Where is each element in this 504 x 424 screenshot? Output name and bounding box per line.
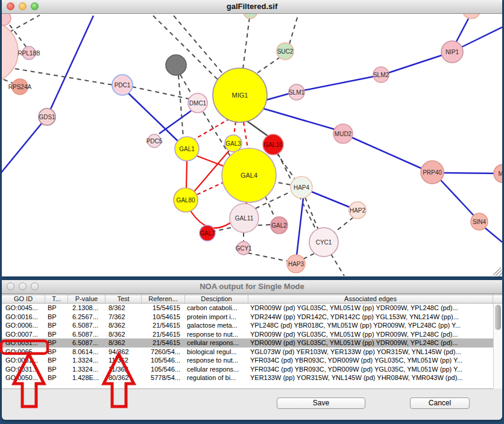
table-cell: cellular respons...: [185, 338, 248, 348]
network-edge[interactable]: [15, 69, 113, 85]
close-button-inactive[interactable]: [7, 282, 14, 290]
table-cell: 8/362: [106, 304, 142, 313]
network-edge[interactable]: [195, 119, 230, 139]
table-row[interactable]: GO:0016...BP6.2567...7/36210/54615protei…: [2, 313, 493, 322]
network-edge[interactable]: [180, 75, 192, 95]
network-edge[interactable]: [456, 17, 469, 42]
close-button[interactable]: [7, 2, 14, 10]
network-edge[interactable]: [351, 137, 422, 169]
network-edge[interactable]: [289, 16, 298, 44]
save-button[interactable]: Save: [277, 398, 365, 409]
network-edge[interactable]: [2, 117, 47, 174]
network-edge[interactable]: [245, 120, 269, 137]
table-cell: 94/362: [106, 348, 142, 357]
network-edge[interactable]: [258, 225, 271, 225]
network-edge[interactable]: [159, 111, 191, 134]
network-edge[interactable]: [265, 196, 275, 218]
network-edge[interactable]: [10, 15, 40, 32]
table-cell: protein import i...: [185, 313, 248, 322]
node-label: PDC1: [115, 82, 131, 89]
noa-window-titlebar[interactable]: NOA output for Single Mode: [2, 280, 502, 294]
table-cell: YER133W (pp) YOR315W, YNL145W (pd) YHR08…: [248, 373, 493, 382]
node-label: RPS24A: [8, 84, 32, 90]
table-cell: response to nut...: [185, 330, 248, 339]
column-header[interactable]: P-value: [68, 295, 106, 303]
node-label: NIP1: [446, 49, 459, 55]
node-label: SLM1: [289, 89, 305, 96]
column-header[interactable]: Associated edges: [248, 295, 493, 303]
network-edge[interactable]: [305, 198, 318, 229]
network-node-top-green-partial[interactable]: [244, 14, 257, 19]
table-cell: 8/362: [106, 330, 142, 339]
network-node-left-large[interactable]: [2, 20, 18, 83]
column-header[interactable]: Referen...: [142, 295, 185, 303]
table-cell: 105/546...: [142, 356, 185, 365]
network-edge[interactable]: [257, 58, 279, 73]
network-edge[interactable]: [297, 198, 303, 256]
table-row[interactable]: GO:0006...BP6.5087...8/36221/54615galact…: [2, 321, 493, 330]
network-node-top-right-partial[interactable]: [462, 14, 480, 19]
network-edge[interactable]: [440, 179, 474, 216]
table-cell: 6.5087...: [68, 321, 106, 330]
table-cell: GO:0065...: [2, 348, 45, 357]
network-edge[interactable]: [197, 156, 225, 167]
network-edge[interactable]: [485, 228, 502, 242]
scrollbar-thumb[interactable]: [495, 305, 501, 330]
network-edge[interactable]: [263, 108, 335, 129]
resize-grip[interactable]: [499, 273, 502, 276]
network-edge[interactable]: [443, 173, 499, 173]
network-edge[interactable]: [47, 16, 93, 117]
table-row[interactable]: GO:0065...BP8.0614...94/3627260/54...bio…: [2, 348, 493, 357]
table-row[interactable]: GO:0031...BP1.3324...11/362105/546...cel…: [2, 365, 493, 374]
table-row[interactable]: GO:0031...BP6.5087...8/36221/54615cellul…: [2, 338, 493, 348]
column-header[interactable]: Test: [106, 295, 142, 303]
network-edge[interactable]: [178, 75, 183, 137]
column-header[interactable]: GO ID: [2, 295, 45, 303]
zoom-button[interactable]: [31, 2, 39, 10]
table-row[interactable]: GO:0007...BP6.5087...8/36221/54615respon…: [2, 330, 493, 339]
table-cell: carbon cataboli...: [185, 304, 248, 313]
table-cell: GO:0007...: [2, 330, 45, 339]
network-edge[interactable]: [264, 93, 290, 101]
network-node-corner[interactable]: [2, 14, 11, 25]
table-cell: 5778/54...: [142, 373, 185, 382]
network-edge[interactable]: [333, 217, 353, 233]
minimize-button-inactive[interactable]: [19, 282, 27, 290]
cancel-button[interactable]: Cancel: [410, 398, 470, 409]
column-header[interactable]: T...: [45, 295, 68, 303]
table-cell: 7/362: [106, 313, 142, 322]
table-row[interactable]: GO:0031...BP1.3324...11/362105/546...res…: [2, 356, 493, 365]
table-row[interactable]: GO:0050...BP1.428E...80/3625778/54...reg…: [2, 373, 493, 382]
table-cell: 6.5087...: [68, 338, 106, 348]
network-edge[interactable]: [331, 254, 344, 276]
network-edge[interactable]: [248, 253, 289, 261]
table-cell: 15/54615: [142, 304, 185, 313]
table-cell: 105/546...: [142, 365, 185, 374]
network-edge[interactable]: [304, 76, 374, 90]
network-edge[interactable]: [244, 122, 248, 148]
zoom-button-inactive[interactable]: [31, 282, 39, 290]
column-header[interactable]: Desciption: [185, 295, 248, 303]
table-cell: GO:0031...: [2, 356, 45, 365]
table-cell: YPL248C (pd) YBR018C, YML051W (pp) YDR00…: [248, 321, 493, 330]
table-cell: GO:0031...: [2, 365, 45, 374]
network-edge[interactable]: [186, 161, 187, 188]
node-label: GAL1: [179, 146, 195, 152]
network-edge[interactable]: [311, 192, 350, 207]
network-edge[interactable]: [462, 27, 502, 47]
network-edge[interactable]: [303, 254, 314, 259]
vertical-scrollbar[interactable]: [493, 304, 502, 388]
network-edge[interactable]: [153, 16, 220, 82]
network-edge[interactable]: [234, 122, 236, 135]
table-cell: GO:0016...: [2, 313, 45, 322]
table-row[interactable]: GO:0045...BP2.1308...8/36215/54615carbon…: [2, 304, 493, 313]
network-edge[interactable]: [388, 55, 443, 73]
node-label: DMC1: [189, 100, 207, 107]
network-window-titlebar[interactable]: galFiltered.sif: [2, 0, 502, 14]
node-label: SUC2: [277, 48, 294, 55]
network-canvas[interactable]: RPL18BRPS24AGDS1PDC1MIG1DMC1SUC2SLM1SLM2…: [2, 14, 502, 276]
table-cell: 11/362: [106, 356, 142, 365]
network-edge[interactable]: [243, 17, 250, 69]
network-node-unnamed-gray[interactable]: [166, 55, 186, 75]
minimize-button[interactable]: [19, 2, 27, 10]
